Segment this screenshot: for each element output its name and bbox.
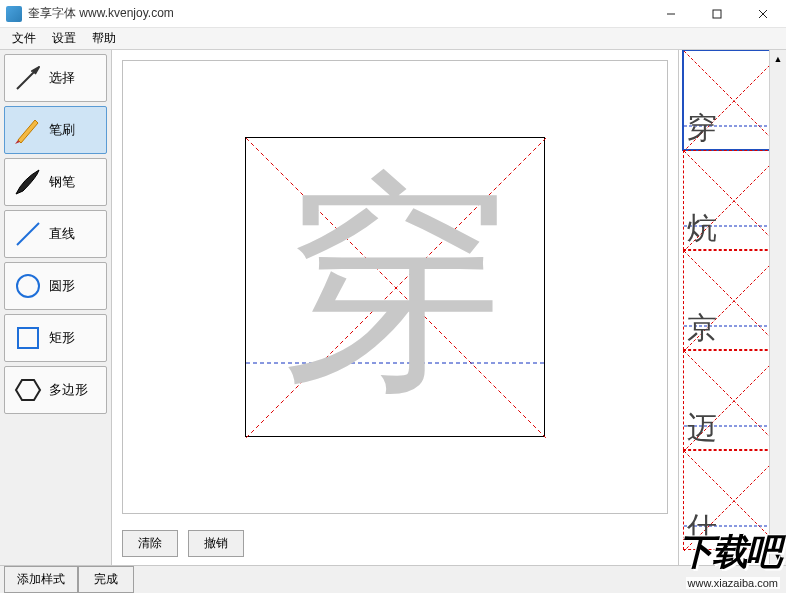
tool-polygon[interactable]: 多边形 (4, 366, 107, 414)
svg-point-5 (17, 275, 39, 297)
scrollbar[interactable]: ▲ ▼ (769, 50, 786, 565)
drawing-canvas[interactable]: 穿 (245, 137, 545, 437)
tool-label: 矩形 (49, 329, 75, 347)
bottombar: 添加样式 完成 (0, 565, 786, 593)
char-cell[interactable]: 炕 (683, 150, 783, 250)
tool-label: 多边形 (49, 381, 88, 399)
char-glyph: 迈 (687, 408, 717, 449)
char-cell[interactable]: 穿 (683, 50, 783, 150)
menu-file[interactable]: 文件 (4, 28, 44, 49)
tool-pen[interactable]: 钢笔 (4, 158, 107, 206)
line-icon (11, 217, 45, 251)
tool-label: 圆形 (49, 277, 75, 295)
workspace: 选择 笔刷 钢笔 直线 圆形 (0, 50, 786, 565)
circle-icon (11, 269, 45, 303)
svg-rect-6 (18, 328, 38, 348)
brush-icon (11, 113, 45, 147)
window-title: 奎享字体 www.kvenjoy.com (28, 5, 648, 22)
canvas-wrap: 穿 (122, 60, 668, 514)
char-glyph: 穿 (687, 108, 717, 149)
canvas-actions: 清除 撤销 (112, 524, 678, 565)
menubar: 文件 设置 帮助 (0, 28, 786, 50)
canvas-character: 穿 (246, 138, 544, 436)
done-button[interactable]: 完成 (78, 566, 134, 593)
tool-label: 直线 (49, 225, 75, 243)
close-button[interactable] (740, 0, 786, 28)
char-cell[interactable]: 京 (683, 250, 783, 350)
character-list: 穿 炕 京 迈 仕 ▲ ▼ (678, 50, 786, 565)
pen-icon (11, 165, 45, 199)
tool-circle[interactable]: 圆形 (4, 262, 107, 310)
add-style-button[interactable]: 添加样式 (4, 566, 78, 593)
arrow-icon (11, 61, 45, 95)
tool-line[interactable]: 直线 (4, 210, 107, 258)
toolbox: 选择 笔刷 钢笔 直线 圆形 (0, 50, 112, 565)
tool-select[interactable]: 选择 (4, 54, 107, 102)
tool-label: 钢笔 (49, 173, 75, 191)
undo-button[interactable]: 撤销 (188, 530, 244, 557)
watermark-logo: 下载吧 (678, 528, 780, 577)
svg-line-4 (17, 223, 39, 245)
tool-label: 选择 (49, 69, 75, 87)
rect-icon (11, 321, 45, 355)
menu-settings[interactable]: 设置 (44, 28, 84, 49)
clear-button[interactable]: 清除 (122, 530, 178, 557)
minimize-button[interactable] (648, 0, 694, 28)
watermark-url: www.xiazaiba.com (686, 577, 780, 589)
tool-label: 笔刷 (49, 121, 75, 139)
app-icon (6, 6, 22, 22)
watermark: 下载吧 www.xiazaiba.com (678, 528, 780, 589)
tool-rect[interactable]: 矩形 (4, 314, 107, 362)
char-glyph: 炕 (687, 208, 717, 249)
menu-help[interactable]: 帮助 (84, 28, 124, 49)
polygon-icon (11, 373, 45, 407)
canvas-area: 穿 清除 撤销 (112, 50, 678, 565)
svg-marker-7 (16, 380, 40, 400)
tool-brush[interactable]: 笔刷 (4, 106, 107, 154)
titlebar: 奎享字体 www.kvenjoy.com (0, 0, 786, 28)
scroll-up-button[interactable]: ▲ (770, 50, 786, 67)
char-glyph: 京 (687, 308, 717, 349)
window-controls (648, 0, 786, 28)
maximize-button[interactable] (694, 0, 740, 28)
char-cell[interactable]: 迈 (683, 350, 783, 450)
svg-rect-1 (713, 10, 721, 18)
